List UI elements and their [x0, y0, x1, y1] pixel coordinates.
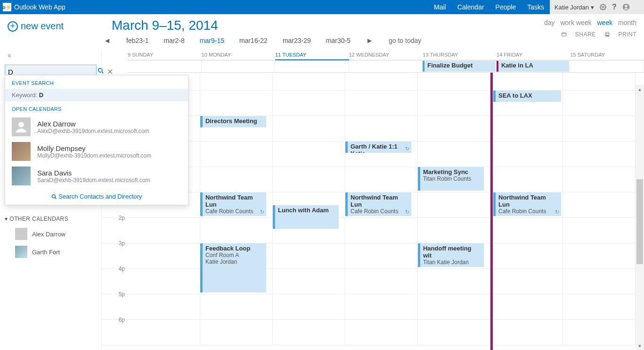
day-header-sat[interactable]: 15 SATURDAY: [570, 50, 644, 60]
nav-mail[interactable]: Mail: [428, 0, 452, 14]
time-cell[interactable]: [418, 142, 490, 167]
time-cell[interactable]: [490, 243, 563, 268]
time-cell[interactable]: [345, 167, 418, 192]
allday-thu[interactable]: Finalize Budget: [423, 60, 497, 72]
time-cell[interactable]: [563, 142, 636, 167]
event-sea-to-lax[interactable]: SEA to LAX: [493, 91, 561, 102]
time-cell[interactable]: [563, 320, 636, 345]
week-tab-4[interactable]: mar23-29: [283, 37, 311, 44]
search-input[interactable]: [8, 68, 98, 76]
time-cell[interactable]: [200, 294, 273, 319]
time-cell[interactable]: [563, 218, 636, 243]
time-cell[interactable]: [345, 218, 418, 243]
time-cell[interactable]: [345, 294, 418, 319]
goto-today-link[interactable]: go to today: [389, 37, 421, 44]
time-cell[interactable]: [273, 320, 345, 345]
event-lunch-adam[interactable]: Lunch with Adam: [273, 205, 339, 229]
time-cell[interactable]: [200, 167, 273, 192]
view-day[interactable]: day: [544, 19, 555, 26]
allday-sun[interactable]: [128, 60, 202, 72]
nav-tasks[interactable]: Tasks: [522, 0, 550, 14]
event-handoff[interactable]: Handoff meeting wit Titan Katie Jordan: [418, 243, 484, 267]
event-directors-meeting[interactable]: Directors Meeting: [200, 116, 266, 127]
nav-calendar[interactable]: Calendar: [452, 0, 490, 14]
time-cell[interactable]: [345, 116, 418, 141]
time-cell[interactable]: [273, 91, 345, 116]
time-cell[interactable]: [563, 116, 636, 141]
help-icon[interactable]: ?: [612, 3, 617, 11]
event-katie-in-la[interactable]: Katie in LA: [497, 61, 570, 72]
time-cell[interactable]: [200, 91, 273, 116]
person-suggestion-2[interactable]: Sara Davis SaraD@exhb-3919dom.extest.mic…: [5, 164, 188, 188]
scrollbar[interactable]: ▲ ▼: [636, 85, 644, 350]
time-cell[interactable]: [490, 269, 563, 294]
share-button[interactable]: SHARE: [561, 31, 596, 38]
collapse-sidebar-icon[interactable]: «: [8, 51, 97, 59]
nav-people[interactable]: People: [490, 0, 522, 14]
time-cell[interactable]: [345, 243, 418, 268]
calendar-item-1[interactable]: Garth Fort: [15, 246, 97, 258]
time-cell[interactable]: [418, 116, 490, 141]
gear-icon[interactable]: [600, 4, 606, 10]
event-finalize-budget[interactable]: Finalize Budget: [423, 61, 496, 72]
week-tab-3[interactable]: mar16-22: [239, 37, 268, 44]
allday-fri[interactable]: Katie in LA: [497, 60, 571, 72]
week-tab-2[interactable]: mar9-15: [200, 37, 224, 44]
event-northwind-wed[interactable]: Northwind Team Lun Cafe Robin Counts ↻: [345, 192, 411, 216]
view-work-week[interactable]: work week: [560, 19, 591, 26]
event-garth-katie[interactable]: Garth / Katie 1:1 Katie ↻: [345, 142, 411, 153]
event-feedback-loop[interactable]: Feedback Loop Conf Room A Katie Jordan: [200, 243, 266, 292]
time-cell[interactable]: [418, 294, 490, 319]
person-suggestion-1[interactable]: Molly Dempsey MollyD@exhb-3919dom.extest…: [5, 139, 188, 164]
day-header-wed[interactable]: 12 WEDNESDAY: [349, 50, 423, 60]
time-cell[interactable]: [563, 91, 636, 116]
time-cell[interactable]: [128, 294, 200, 319]
time-cell[interactable]: [200, 73, 273, 90]
time-cell[interactable]: [563, 167, 636, 192]
profile-icon[interactable]: [622, 3, 630, 11]
time-cell[interactable]: [345, 73, 418, 90]
time-cell[interactable]: [200, 320, 273, 345]
time-cell[interactable]: [563, 269, 636, 294]
week-tab-1[interactable]: mar2-8: [163, 37, 184, 44]
print-button[interactable]: PRINT: [604, 31, 637, 38]
time-cell[interactable]: [563, 73, 636, 90]
time-cell[interactable]: [418, 269, 490, 294]
time-cell[interactable]: [128, 269, 200, 294]
time-cell[interactable]: [128, 218, 200, 243]
time-cell[interactable]: [200, 142, 273, 167]
app-brand[interactable]: o⚡ Outlook Web App: [0, 0, 65, 14]
allday-sat[interactable]: [570, 60, 644, 72]
scroll-down-icon[interactable]: ▼: [636, 342, 644, 350]
time-cell[interactable]: [273, 73, 345, 90]
search-directory-link[interactable]: Search Contacts and Directory: [5, 188, 188, 202]
time-cell[interactable]: [418, 73, 490, 90]
view-month[interactable]: month: [618, 19, 636, 26]
time-cell[interactable]: [490, 116, 563, 141]
time-cell[interactable]: [563, 192, 636, 217]
time-cell[interactable]: [345, 91, 418, 116]
allday-tue[interactable]: [275, 60, 349, 72]
event-northwind-mon[interactable]: Northwind Team Lun Cafe Robin Counts ↻: [200, 192, 266, 216]
other-calendars-header[interactable]: ▾ OTHER CALENDARS: [5, 216, 97, 222]
time-cell[interactable]: [345, 320, 418, 345]
week-tab-5[interactable]: mar30-5: [326, 37, 351, 44]
time-cell[interactable]: [563, 294, 636, 319]
time-cell[interactable]: [128, 243, 200, 268]
time-cell[interactable]: [273, 243, 345, 268]
day-header-tue[interactable]: 11 TUESDAY: [275, 50, 349, 60]
time-cell[interactable]: [273, 269, 345, 294]
day-header-fri[interactable]: 14 FRIDAY: [497, 50, 571, 60]
scroll-up-icon[interactable]: ▲: [636, 85, 644, 93]
time-cell[interactable]: [490, 73, 563, 90]
allday-mon[interactable]: [202, 60, 276, 72]
time-cell[interactable]: [200, 218, 273, 243]
allday-wed[interactable]: [349, 60, 423, 72]
time-cell[interactable]: [490, 294, 563, 319]
time-cell[interactable]: [490, 167, 563, 192]
time-cell[interactable]: [345, 269, 418, 294]
time-cell[interactable]: [418, 91, 490, 116]
week-tab-0[interactable]: feb23-1: [126, 37, 148, 44]
day-header-mon[interactable]: 10 MONDAY: [202, 50, 276, 60]
time-cell[interactable]: [273, 142, 345, 167]
